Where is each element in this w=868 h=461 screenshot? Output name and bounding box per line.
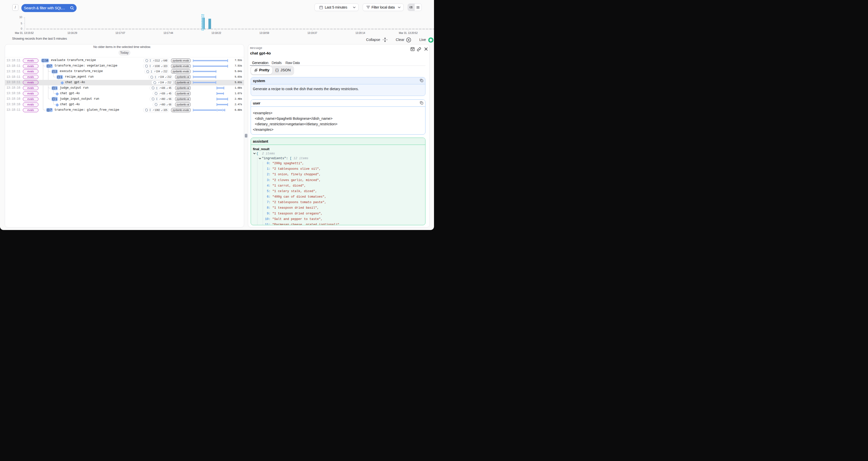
svg-text:13:17:44: 13:17:44: [163, 31, 173, 34]
svg-text:0: 0: [21, 27, 22, 30]
svg-text:13:20:14: 13:20:14: [355, 31, 365, 34]
svg-text:13:16:29: 13:16:29: [67, 31, 77, 34]
svg-text:13:17:07: 13:17:07: [116, 31, 125, 34]
svg-text:Mar 31. 13:15:52: Mar 31. 13:15:52: [15, 31, 34, 34]
svg-text:13:18:59: 13:18:59: [259, 31, 269, 34]
svg-text:10: 10: [19, 16, 22, 19]
svg-text:13:19:37: 13:19:37: [307, 31, 317, 34]
svg-text:5: 5: [21, 22, 22, 25]
svg-text:13:18:22: 13:18:22: [212, 31, 221, 34]
svg-text:Mar 31. 13:20:52: Mar 31. 13:20:52: [399, 31, 418, 34]
